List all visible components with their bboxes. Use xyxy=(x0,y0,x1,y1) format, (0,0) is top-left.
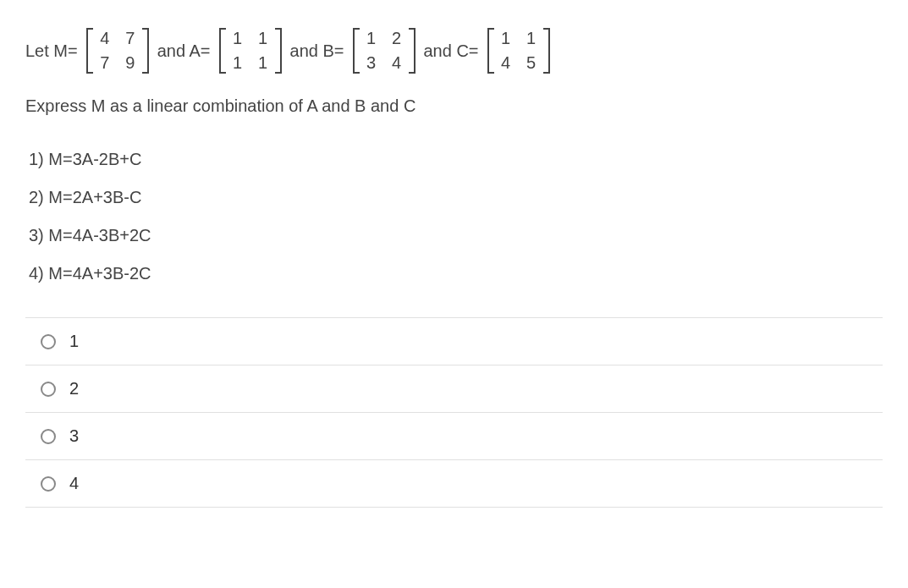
matrix-cell: 7 xyxy=(100,53,110,73)
matrix-cell: 4 xyxy=(392,53,402,73)
matrix-c: 1 1 4 5 xyxy=(487,25,550,76)
matrix-cell: 1 xyxy=(258,29,268,48)
matrix-cell: 1 xyxy=(233,29,243,48)
matrix-cell: 7 xyxy=(125,29,135,48)
answer-choice-4[interactable]: 4 xyxy=(25,460,883,508)
matrix-m: 4 7 7 9 xyxy=(86,25,149,76)
and-c-text: and C= xyxy=(424,41,479,61)
bracket-left-icon xyxy=(86,28,95,74)
matrix-cell: 9 xyxy=(125,53,135,73)
and-a-text: and A= xyxy=(157,41,211,61)
bracket-left-icon xyxy=(353,28,361,74)
answer-label: 2 xyxy=(69,379,79,398)
matrix-cell: 1 xyxy=(366,29,377,48)
matrix-definition-line: Let M= 4 7 7 9 and A= 1 xyxy=(25,25,883,76)
bracket-right-icon xyxy=(140,28,149,74)
let-m-text: Let M= xyxy=(25,41,78,61)
option-1: 1) M=3A-2B+C xyxy=(29,150,883,169)
answer-choice-1[interactable]: 1 xyxy=(25,318,883,365)
radio-icon[interactable] xyxy=(41,382,56,397)
answer-label: 3 xyxy=(69,426,79,446)
bracket-right-icon xyxy=(542,28,550,74)
radio-icon[interactable] xyxy=(41,476,56,492)
matrix-cell: 2 xyxy=(392,29,402,48)
option-3: 3) M=4A-3B+2C xyxy=(29,226,883,245)
matrix-cell: 1 xyxy=(233,53,243,73)
matrix-cell: 1 xyxy=(526,29,537,48)
option-2: 2) M=2A+3B-C xyxy=(29,188,883,207)
answer-choice-2[interactable]: 2 xyxy=(25,365,883,413)
options-list: 1) M=3A-2B+C 2) M=2A+3B-C 3) M=4A-3B+2C … xyxy=(29,150,883,283)
matrix-a: 1 1 1 1 xyxy=(219,25,282,76)
matrix-cell: 1 xyxy=(501,29,511,48)
instruction-text: Express M as a linear combination of A a… xyxy=(25,96,883,116)
option-4: 4) M=4A+3B-2C xyxy=(29,264,883,283)
answer-choices: 1 2 3 4 xyxy=(25,317,883,508)
matrix-cell: 4 xyxy=(100,29,110,48)
bracket-right-icon xyxy=(407,28,415,74)
bracket-right-icon xyxy=(273,28,282,74)
question-container: Let M= 4 7 7 9 and A= 1 xyxy=(25,25,883,508)
matrix-cell: 3 xyxy=(366,53,377,73)
bracket-left-icon xyxy=(487,28,496,74)
radio-icon[interactable] xyxy=(41,334,56,349)
matrix-cell: 5 xyxy=(526,53,537,73)
matrix-cell: 4 xyxy=(501,53,511,73)
answer-label: 4 xyxy=(69,474,79,493)
answer-label: 1 xyxy=(69,332,79,351)
matrix-cell: 1 xyxy=(258,53,268,73)
and-b-text: and B= xyxy=(290,41,344,61)
answer-choice-3[interactable]: 3 xyxy=(25,413,883,460)
radio-icon[interactable] xyxy=(41,429,56,444)
matrix-b: 1 2 3 4 xyxy=(353,25,415,76)
bracket-left-icon xyxy=(219,28,228,74)
